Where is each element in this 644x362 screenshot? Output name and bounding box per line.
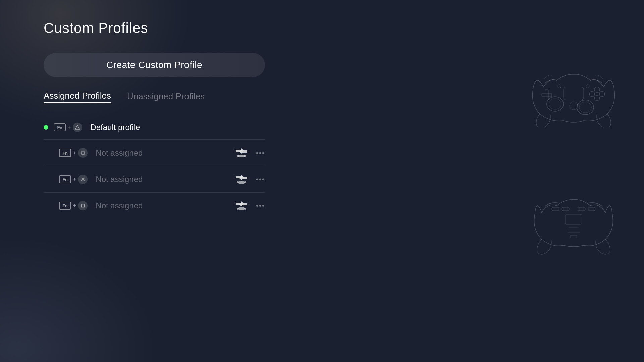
svg-point-28 <box>594 95 600 101</box>
controller-illustrations <box>523 60 624 257</box>
transfer-icon-2[interactable] <box>235 173 248 186</box>
profile-name-slot1: Not assigned <box>96 148 235 158</box>
svg-rect-17 <box>238 207 245 210</box>
more-menu-slot1[interactable]: ••• <box>256 149 265 157</box>
transfer-icon[interactable] <box>235 146 248 159</box>
svg-point-18 <box>237 208 239 210</box>
profile-name-slot3: Not assigned <box>96 201 235 210</box>
plus-sign-4: + <box>73 203 76 209</box>
create-custom-profile-button[interactable]: Create Custom Profile <box>44 53 265 77</box>
square-button-icon <box>78 201 88 210</box>
more-menu-slot3[interactable]: ••• <box>256 202 265 210</box>
controller-back-svg <box>523 182 624 256</box>
svg-point-23 <box>579 102 591 113</box>
profile-name-slot2: Not assigned <box>96 175 235 184</box>
svg-point-26 <box>594 87 600 93</box>
profile-item-circle: Fn + Not assigned <box>44 139 265 166</box>
create-custom-profile-label: Create Custom Profile <box>106 60 202 70</box>
triangle-button-icon <box>73 123 82 132</box>
profile-actions-slot2: ••• <box>235 173 265 186</box>
key-combo-circle: Fn + <box>59 148 88 158</box>
svg-point-5 <box>237 155 239 157</box>
key-combo-square: Fn + <box>59 201 88 210</box>
profile-list: Fn + Default profile Fn + <box>44 115 265 219</box>
profile-actions-slot3: ••• <box>235 199 265 212</box>
svg-rect-36 <box>578 207 585 211</box>
svg-rect-24 <box>545 90 548 100</box>
svg-rect-38 <box>565 214 582 224</box>
svg-point-13 <box>244 181 246 183</box>
plus-sign: + <box>68 124 71 130</box>
svg-point-29 <box>589 91 595 97</box>
fn-key-3: Fn <box>59 175 71 183</box>
tabs-row: Assigned Profiles Unassigned Profiles <box>44 90 345 103</box>
controller-top-illustration <box>523 60 617 129</box>
svg-rect-25 <box>542 93 552 97</box>
controller-front-svg <box>523 60 624 127</box>
tab-assigned-profiles[interactable]: Assigned Profiles <box>44 90 111 103</box>
profile-item-default: Fn + Default profile <box>44 115 265 139</box>
svg-point-32 <box>586 85 589 88</box>
fn-key-4: Fn <box>59 202 71 210</box>
svg-point-6 <box>244 155 246 157</box>
plus-sign-2: + <box>73 150 76 156</box>
profile-item-square: Fn + Not assigned <box>44 192 265 219</box>
profile-item-cross: Fn + Not assigned <box>44 166 265 192</box>
more-menu-slot2[interactable]: ••• <box>256 176 265 183</box>
transfer-icon-3[interactable] <box>235 199 248 212</box>
profile-actions-slot1: ••• <box>235 146 265 159</box>
svg-rect-34 <box>552 207 559 211</box>
svg-point-1 <box>81 151 85 155</box>
svg-rect-37 <box>588 207 595 211</box>
svg-rect-14 <box>82 204 85 207</box>
svg-rect-30 <box>564 87 584 100</box>
plus-sign-3: + <box>73 176 76 182</box>
svg-point-27 <box>599 91 605 97</box>
svg-rect-4 <box>238 155 245 157</box>
fn-key: Fn <box>54 123 66 131</box>
default-profile-name: Default profile <box>90 123 265 132</box>
svg-point-21 <box>549 99 561 109</box>
tab-unassigned-profiles[interactable]: Unassigned Profiles <box>127 91 205 103</box>
key-combo-triangle: Fn + <box>54 123 82 132</box>
svg-point-19 <box>244 208 246 210</box>
page-content: Custom Profiles Create Custom Profile As… <box>44 20 345 219</box>
cross-button-icon <box>78 175 88 184</box>
svg-point-31 <box>558 85 561 88</box>
svg-point-12 <box>237 181 239 183</box>
svg-rect-42 <box>570 235 577 238</box>
key-combo-cross: Fn + <box>59 175 88 184</box>
circle-button-icon <box>78 148 88 158</box>
svg-rect-11 <box>238 181 245 184</box>
svg-marker-0 <box>75 125 80 129</box>
fn-key-2: Fn <box>59 149 71 157</box>
active-status-dot <box>44 125 48 130</box>
page-title: Custom Profiles <box>44 20 345 36</box>
svg-rect-35 <box>562 207 569 211</box>
svg-point-33 <box>570 102 578 110</box>
bg-gradient-bottom-left <box>0 228 168 362</box>
controller-back-illustration <box>523 182 617 257</box>
